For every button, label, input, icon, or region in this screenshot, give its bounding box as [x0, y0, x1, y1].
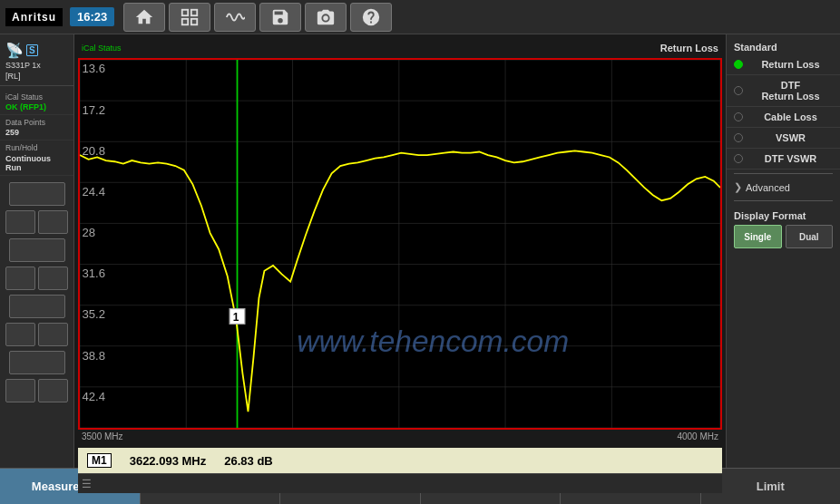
runhold-section: Run/Hold Continuous Run: [0, 141, 73, 175]
side-btn-sm-5[interactable]: [5, 323, 35, 346]
side-btn-row-4: [0, 377, 73, 404]
x-axis: 3500 MHz 4000 MHz: [78, 430, 722, 446]
chart-area: iCal Status Return Loss: [74, 34, 726, 468]
chart-header: iCal Status Return Loss: [78, 38, 722, 58]
format-single-button[interactable]: Single: [734, 225, 782, 248]
x-label-end: 4000 MHz: [677, 431, 718, 444]
side-button-2[interactable]: [9, 238, 65, 262]
right-section-title: Standard: [727, 38, 840, 54]
vswr-label: VSWR: [748, 132, 833, 143]
side-btn-row-1: [0, 208, 73, 236]
side-btn-sm-7[interactable]: [5, 379, 35, 402]
ical-status-section: iCal Status OK (RFP1): [0, 90, 73, 115]
main-area: 📡 S S331P 1x [RL] iCal Status OK (RFP1) …: [0, 34, 840, 468]
dtf-return-loss-button[interactable]: DTFReturn Loss: [727, 75, 840, 107]
device-label: S331P 1x [RL]: [5, 61, 68, 82]
chart-title: Return Loss: [660, 43, 718, 53]
svg-rect-1: [191, 9, 197, 15]
display-format-buttons: Single Dual: [734, 225, 833, 248]
side-button-4[interactable]: [9, 351, 65, 374]
advanced-row[interactable]: ❯ Advanced: [727, 178, 840, 197]
side-btn-sm-2[interactable]: [38, 210, 68, 234]
dtf-return-loss-indicator: [734, 86, 743, 95]
clock-display: 16:23: [70, 7, 114, 26]
svg-rect-2: [182, 18, 188, 24]
runhold-value: Continuous Run: [5, 154, 68, 172]
svg-text:38.8: 38.8: [82, 349, 105, 363]
side-btn-sm-8[interactable]: [38, 379, 68, 402]
x-label-start: 3500 MHz: [82, 431, 123, 444]
device-info: 📡 S S331P 1x [RL]: [0, 38, 73, 86]
return-loss-label: Return Loss: [748, 59, 833, 70]
vswr-button[interactable]: VSWR: [727, 128, 840, 149]
help-button[interactable]: [350, 3, 392, 32]
svg-text:www.tehencom.com: www.tehencom.com: [297, 325, 569, 358]
side-btn-sm-6[interactable]: [38, 323, 68, 346]
chevron-right-icon: ❯: [734, 181, 742, 193]
svg-rect-3: [191, 18, 197, 24]
svg-text:17.2: 17.2: [82, 103, 105, 117]
vswr-indicator: [734, 133, 743, 142]
datapoints-section: Data Points 259: [0, 115, 73, 141]
svg-text:28: 28: [82, 226, 95, 239]
chart-svg: 13.6 17.2 20.8 24.4 28 31.6 35.2 38.8 42…: [80, 60, 720, 428]
ical-value: OK (RFP1): [5, 102, 68, 111]
side-btn-row-2: [0, 265, 73, 292]
return-loss-button[interactable]: Return Loss: [727, 54, 840, 75]
display-format-section: Display Format Single Dual: [727, 205, 840, 254]
format-dual-button[interactable]: Dual: [786, 225, 834, 248]
dtf-vswr-label: DTF VSWR: [748, 153, 833, 164]
svg-text:20.8: 20.8: [82, 144, 105, 158]
ical-status-inline: iCal Status: [82, 44, 122, 53]
side-btn-sm-1[interactable]: [5, 210, 35, 234]
advanced-label: Advanced: [746, 182, 790, 193]
svg-text:1: 1: [233, 311, 239, 324]
signal-icon: S: [26, 44, 38, 56]
top-bar: Anritsu 16:23: [0, 0, 840, 34]
left-sidebar: 📡 S S331P 1x [RL] iCal Status OK (RFP1) …: [0, 34, 74, 468]
svg-text:24.4: 24.4: [82, 185, 105, 199]
dtf-vswr-button[interactable]: DTF VSWR: [727, 149, 840, 170]
right-sidebar: Standard Return Loss DTFReturn Loss Cabl…: [726, 34, 840, 468]
right-separator-2: [734, 200, 833, 201]
side-btn-sm-4[interactable]: [38, 267, 68, 290]
marker-bar: M1 3622.093 MHz 26.83 dB: [78, 448, 722, 473]
side-btn-row-3: [0, 321, 73, 348]
marker-frequency: 3622.093 MHz: [130, 454, 207, 468]
runhold-label: Run/Hold: [5, 143, 68, 153]
marker-value: 26.83 dB: [224, 454, 272, 468]
bottom-icon-row: ☰: [78, 473, 722, 493]
grid-button[interactable]: [169, 3, 210, 32]
return-loss-indicator: [734, 60, 743, 69]
svg-text:42.4: 42.4: [82, 390, 105, 403]
list-icon: ☰: [82, 478, 92, 490]
dtf-vswr-indicator: [734, 154, 743, 163]
side-button-1[interactable]: [9, 182, 65, 206]
svg-text:31.6: 31.6: [82, 267, 105, 280]
home-button[interactable]: [123, 3, 165, 32]
dtf-return-loss-label: DTFReturn Loss: [748, 80, 833, 102]
antenna-icon: 📡: [5, 42, 24, 59]
display-format-title: Display Format: [734, 210, 833, 221]
cable-loss-indicator: [734, 112, 743, 121]
ical-label: iCal Status: [5, 92, 68, 102]
cable-loss-label: Cable Loss: [748, 111, 833, 122]
chart-wrapper: 13.6 17.2 20.8 24.4 28 31.6 35.2 38.8 42…: [78, 58, 722, 430]
datapoints-label: Data Points: [5, 118, 68, 128]
anritsu-logo: Anritsu: [5, 8, 63, 26]
camera-button[interactable]: [305, 3, 347, 32]
svg-text:35.2: 35.2: [82, 307, 105, 321]
save-button[interactable]: [259, 3, 301, 32]
svg-rect-0: [182, 9, 188, 15]
wave-button[interactable]: [214, 3, 256, 32]
marker-id: M1: [87, 453, 112, 468]
cable-loss-button[interactable]: Cable Loss: [727, 107, 840, 128]
right-separator: [734, 173, 833, 174]
side-btn-sm-3[interactable]: [5, 267, 35, 290]
svg-text:13.6: 13.6: [82, 62, 105, 75]
datapoints-value: 259: [5, 128, 68, 137]
side-button-3[interactable]: [9, 295, 65, 318]
